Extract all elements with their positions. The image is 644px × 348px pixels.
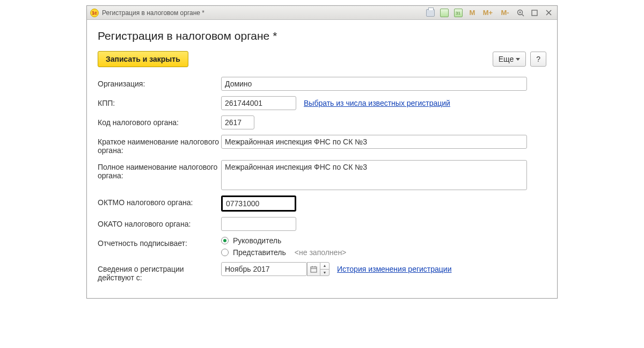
chevron-down-icon [516,58,520,61]
content-area: Регистрация в налоговом органе * Записат… [87,20,557,298]
okato-input[interactable] [221,217,296,231]
svg-rect-7 [311,267,317,272]
full-name-input[interactable] [221,160,527,190]
calculator-icon[interactable] [439,8,450,18]
svg-rect-4 [532,10,537,16]
org-input[interactable] [221,77,527,91]
toolbar: Записать и закрыть Еще ? [98,51,546,67]
help-button[interactable]: ? [530,52,546,67]
date-spinner: ▲ ▼ [320,262,330,276]
kpp-select-link[interactable]: Выбрать из числа известных регистраций [304,99,450,107]
close-icon[interactable] [543,8,554,18]
okato-label: ОКАТО налогового органа: [98,217,221,228]
tax-code-input[interactable] [221,115,254,129]
maximize-icon[interactable] [529,8,540,18]
svg-line-1 [522,14,524,16]
date-spin-up-icon[interactable]: ▲ [320,263,329,270]
memory-mplus-icon[interactable]: M+ [481,8,495,18]
signer-radio-head[interactable] [221,237,229,244]
oktmo-label: ОКТМО налогового органа: [98,195,221,207]
more-button[interactable]: Еще [493,52,526,67]
signer-option-rep: Представитель [233,248,286,257]
valid-from-label: Сведения о регистрации действуют с: [98,262,221,282]
kpp-input[interactable] [221,96,296,110]
short-name-label: Краткое наименование налогового органа: [98,135,221,155]
history-link[interactable]: История изменения регистрации [337,265,452,273]
kpp-label: КПП: [98,96,221,107]
app-logo-icon: 1c [90,9,99,17]
memory-m-icon[interactable]: M [467,8,478,18]
titlebar: 1c Регистрация в налоговом органе * M M+… [87,6,557,20]
calendar-icon[interactable] [453,8,464,18]
valid-from-field: ▲ ▼ [221,262,330,276]
full-name-label: Полное наименование налогового органа: [98,160,221,180]
more-button-label: Еще [499,55,514,63]
short-name-input[interactable] [221,135,527,149]
page-title: Регистрация в налоговом органе * [98,30,546,42]
signer-rep-empty: <не заполнен> [295,248,346,257]
zoom-icon[interactable] [515,8,526,18]
valid-from-input[interactable] [221,262,307,276]
signer-radio-rep[interactable] [221,249,229,256]
oktmo-input[interactable] [221,195,296,212]
org-label: Организация: [98,77,221,88]
calendar-picker-icon[interactable] [307,262,320,276]
print-icon[interactable] [425,8,436,18]
signer-label: Отчетность подписывает: [98,236,221,248]
date-spin-down-icon[interactable]: ▼ [320,270,329,276]
memory-mminus-icon[interactable]: M- [498,8,512,18]
window: 1c Регистрация в налоговом органе * M M+… [86,5,558,299]
signer-option-head: Руководитель [233,236,281,245]
code-label: Код налогового органа: [98,115,221,127]
window-title: Регистрация в налоговом органе * [102,9,204,17]
save-close-button[interactable]: Записать и закрыть [98,51,188,67]
